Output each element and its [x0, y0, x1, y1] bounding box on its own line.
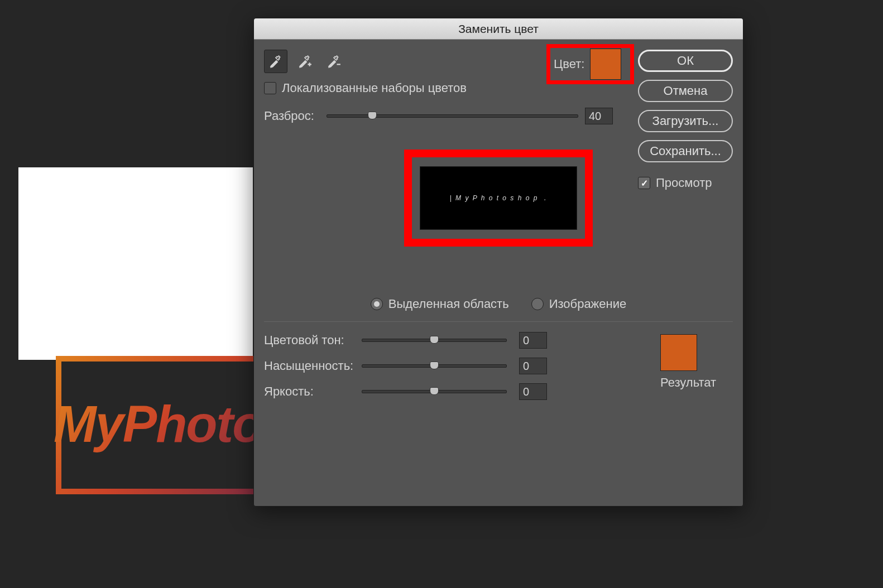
source-color-label: Цвет: [554, 57, 584, 71]
saturation-label: Насыщенность: [264, 359, 362, 373]
eyedropper-icon [268, 54, 283, 69]
radio-icon [371, 298, 383, 310]
eyedropper-tool[interactable] [264, 50, 287, 73]
cancel-button[interactable]: Отмена [638, 80, 733, 102]
save-button[interactable]: Сохранить... [638, 140, 733, 162]
lightness-slider[interactable] [362, 390, 507, 393]
hue-slider[interactable] [362, 339, 507, 342]
eyedropper-subtract-tool[interactable] [322, 50, 345, 73]
dialog-title[interactable]: Заменить цвет [254, 18, 743, 40]
selection-preview[interactable]: | M y P h o t o s h o p . [420, 166, 577, 230]
saturation-input[interactable] [519, 358, 547, 374]
preview-highlight: | M y P h o t o s h o p . [404, 150, 593, 247]
preview-checkbox[interactable] [638, 177, 650, 189]
source-color-highlight: Цвет: [546, 44, 634, 84]
localized-clusters-label: Локализованные наборы цветов [282, 81, 467, 95]
document-canvas[interactable]: MyPhoto [18, 167, 253, 360]
saturation-slider[interactable] [362, 364, 507, 368]
ok-button[interactable]: ОК [638, 50, 733, 72]
lightness-thumb[interactable] [430, 387, 439, 395]
saturation-thumb[interactable] [430, 362, 439, 369]
fuzziness-label: Разброс: [264, 109, 320, 123]
mode-image-radio[interactable]: Изображение [531, 297, 627, 311]
lightness-label: Яркость: [264, 384, 362, 399]
mode-selection-label: Выделенная область [388, 297, 509, 311]
source-color-swatch[interactable] [590, 49, 621, 80]
fuzziness-slider[interactable] [327, 114, 578, 118]
localized-clusters-checkbox[interactable] [264, 82, 276, 94]
preview-checkbox-label: Просмотр [656, 176, 712, 190]
eyedropper-add-tool[interactable] [293, 50, 316, 73]
divider [264, 321, 733, 322]
lightness-input[interactable] [519, 383, 547, 400]
fuzziness-input[interactable] [585, 108, 613, 124]
hue-thumb[interactable] [430, 336, 439, 344]
replace-color-dialog: Заменить цвет Цвет: Локализованные набор… [253, 18, 743, 507]
fuzziness-thumb[interactable] [368, 112, 377, 119]
load-button[interactable]: Загрузить... [638, 110, 733, 132]
radio-icon [531, 298, 544, 310]
hue-input[interactable] [519, 332, 547, 349]
preview-mask-text: | M y P h o t o s h o p . [450, 194, 548, 202]
eyedropper-minus-icon [327, 54, 341, 69]
result-label: Результат [660, 375, 716, 390]
eyedropper-plus-icon [297, 54, 312, 69]
result-color-swatch[interactable] [660, 334, 697, 371]
hue-label: Цветовой тон: [264, 333, 362, 348]
mode-selection-radio[interactable]: Выделенная область [371, 297, 509, 311]
mode-image-label: Изображение [549, 297, 627, 311]
logo-text: MyPhoto [54, 395, 262, 454]
